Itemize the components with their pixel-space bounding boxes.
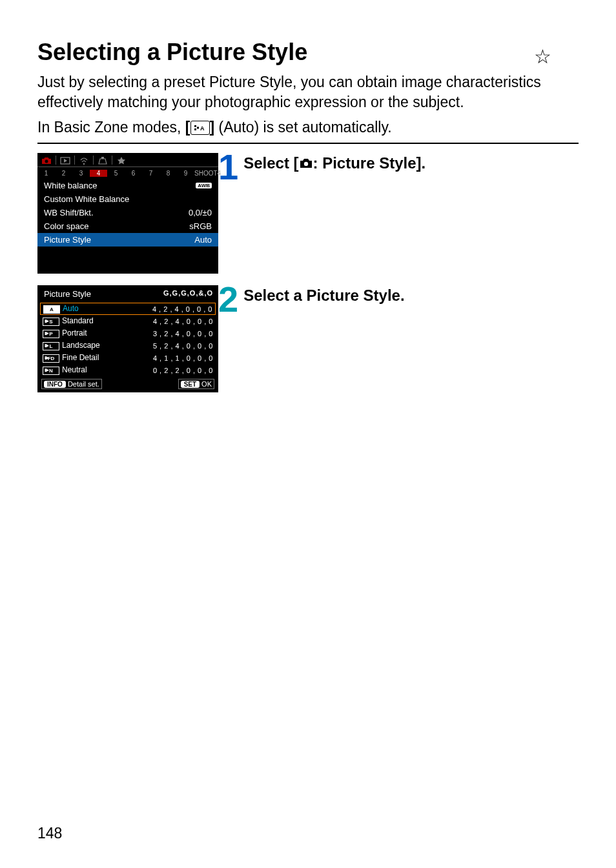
menu-row-colorspace-value: sRGB <box>189 221 212 231</box>
star-icon: ☆ <box>534 45 551 68</box>
menu-row-wb-label: White balance <box>44 181 97 190</box>
tabnum-1: 1 <box>37 170 55 177</box>
ps-row-standard-left: SStandard <box>43 316 94 325</box>
menu-row-picture-style-label: Picture Style <box>44 235 91 245</box>
picture-style-screenshot: Picture Style G,G,G,O,&,O AAuto 4 , 2 , … <box>37 285 218 392</box>
ps-label-finedetail: Fine Detail <box>62 353 99 362</box>
tabnum-6: 6 <box>125 170 142 177</box>
ps-label-standard: Standard <box>62 316 94 325</box>
ps-header-icons: G,G,G,O,&,O <box>163 289 213 299</box>
intro-paragraph-2: In Basic Zone modes, [A] (Auto) is set a… <box>37 117 579 137</box>
intro-2b: (Auto) is set automatically. <box>214 119 391 136</box>
step-number-2: 2 <box>218 285 238 314</box>
step-number-1: 1 <box>218 153 238 182</box>
tabnum-7: 7 <box>142 170 159 177</box>
camera-icon <box>299 156 313 172</box>
tabnum-4: 4 <box>90 170 107 177</box>
info-button-pill: INFO <box>44 381 66 388</box>
svg-rect-2 <box>197 127 199 129</box>
ps-row-landscape: LLandscape 5 , 2 , 4 , 0 , 0 , 0 <box>37 339 218 352</box>
menu-blank-area <box>37 247 218 274</box>
menu-row-wbshift-value: 0,0/±0 <box>189 208 212 217</box>
ps-row-standard: SStandard 4 , 2 , 4 , 0 , 0 , 0 <box>37 315 218 327</box>
awb-badge: AWB <box>196 183 212 188</box>
ps-row-finedetail: FDFine Detail 4 , 1 , 1 , 0 , 0 , 0 <box>37 352 218 364</box>
ps-vals-neutral: 0 , 2 , 2 , 0 , 0 , 0 <box>153 367 213 374</box>
ps-badge-portrait-icon: P <box>43 330 59 338</box>
ps-label-landscape: Landscape <box>62 341 100 350</box>
menu-row-colorspace: Color space sRGB <box>37 219 218 233</box>
ps-badge-finedetail-icon: FD <box>43 354 59 363</box>
svg-point-8 <box>303 162 307 166</box>
svg-text:A: A <box>200 125 205 131</box>
step-2-screenshot: Picture Style G,G,G,O,&,O AAuto 4 , 2 , … <box>37 285 218 392</box>
ps-row-portrait: PPortrait 3 , 2 , 4 , 0 , 0 , 0 <box>37 327 218 339</box>
ps-footer-left-text: Detail set. <box>68 380 99 388</box>
menu-row-custom-wb: Custom White Balance <box>37 192 218 206</box>
tabnum-3: 3 <box>72 170 90 177</box>
menu-row-custom-wb-label: Custom White Balance <box>44 194 129 204</box>
ps-vals-auto: 4 , 2 , 4 , 0 , 0 , 0 <box>152 305 212 313</box>
ps-label-neutral: Neutral <box>62 365 87 374</box>
set-button-pill: SET <box>181 381 200 388</box>
step-2-row: Picture Style G,G,G,O,&,O AAuto 4 , 2 , … <box>37 285 579 392</box>
page: ☆ Selecting a Picture Style Just by sele… <box>0 0 616 868</box>
wifi-tab-icon <box>75 154 93 165</box>
svg-rect-1 <box>194 128 196 130</box>
section-divider <box>37 143 579 144</box>
svg-point-6 <box>83 163 85 165</box>
step-1-text: 1 Select [: Picture Style]. <box>218 153 579 182</box>
step-1-title-a: Select [ <box>243 154 298 172</box>
ps-badge-neutral-icon: N <box>43 367 59 375</box>
page-title: Selecting a Picture Style <box>37 39 579 66</box>
ps-vals-portrait: 3 , 2 , 4 , 0 , 0 , 0 <box>153 330 213 338</box>
step-2-text: 2 Select a Picture Style. <box>218 285 579 314</box>
step-1-screenshot: 1 2 3 4 5 6 7 8 9 SHOOT4 White balance A… <box>37 153 218 274</box>
ps-row-neutral-left: NNeutral <box>43 365 87 374</box>
ps-row-auto-left: AAuto <box>43 304 79 313</box>
tabnum-5: 5 <box>107 170 125 177</box>
ps-row-landscape-left: LLandscape <box>43 341 100 350</box>
step-2-title: Select a Picture Style. <box>243 285 404 305</box>
menu-screenshot-1: 1 2 3 4 5 6 7 8 9 SHOOT4 White balance A… <box>37 153 218 274</box>
step-1-title: Select [: Picture Style]. <box>243 153 426 173</box>
menu-row-wbshift: WB Shift/Bkt. 0,0/±0 <box>37 206 218 219</box>
ps-badge-auto-icon: A <box>43 305 60 314</box>
menu-row-picture-style: Picture Style Auto <box>37 233 218 247</box>
tabnum-2: 2 <box>55 170 72 177</box>
ps-badge-landscape-icon: L <box>43 342 59 350</box>
ps-footer-left: INFO Detail set. <box>41 379 102 389</box>
tabnum-9: 9 <box>177 170 194 177</box>
svg-point-4 <box>45 159 48 163</box>
ps-vals-landscape: 5 , 2 , 4 , 0 , 0 , 0 <box>153 342 213 350</box>
ps-row-portrait-left: PPortrait <box>43 328 87 338</box>
menu-tab-numbers: 1 2 3 4 5 6 7 8 9 SHOOT4 <box>37 167 218 179</box>
open-bracket: [ <box>185 119 190 136</box>
tab-group-label: SHOOT4 <box>194 170 225 177</box>
setup-tab-icon <box>94 154 112 165</box>
menu-row-colorspace-label: Color space <box>44 221 88 231</box>
intro-paragraph-1: Just by selecting a preset Picture Style… <box>37 72 579 112</box>
ps-row-auto: AAuto 4 , 2 , 4 , 0 , 0 , 0 <box>40 303 216 315</box>
mymenu-tab-icon <box>112 154 130 165</box>
page-number: 148 <box>37 825 62 842</box>
ps-badge-standard-icon: S <box>43 318 59 326</box>
menu-row-picture-style-value: Auto <box>194 235 212 245</box>
menu-top-tabs <box>37 153 218 167</box>
ps-row-finedetail-left: FDFine Detail <box>43 353 99 362</box>
menu-row-wbshift-label: WB Shift/Bkt. <box>44 208 94 217</box>
svg-rect-0 <box>194 125 196 127</box>
auto-mode-badge-icon: A <box>190 121 210 135</box>
tabnum-8: 8 <box>159 170 177 177</box>
ps-label-auto: Auto <box>63 304 79 313</box>
ps-header-label: Picture Style <box>44 289 91 299</box>
ps-header: Picture Style G,G,G,O,&,O <box>37 285 218 303</box>
ps-vals-finedetail: 4 , 1 , 1 , 0 , 0 , 0 <box>153 354 213 362</box>
ps-footer: INFO Detail set. SET OK <box>37 376 218 392</box>
ps-vals-standard: 4 , 2 , 4 , 0 , 0 , 0 <box>153 318 213 325</box>
ps-label-portrait: Portrait <box>62 328 87 338</box>
ps-footer-right-text: OK <box>201 380 212 388</box>
step-1-title-b: : Picture Style]. <box>313 154 426 172</box>
step-1-row: 1 2 3 4 5 6 7 8 9 SHOOT4 White balance A… <box>37 153 579 274</box>
playback-tab-icon <box>56 155 74 165</box>
